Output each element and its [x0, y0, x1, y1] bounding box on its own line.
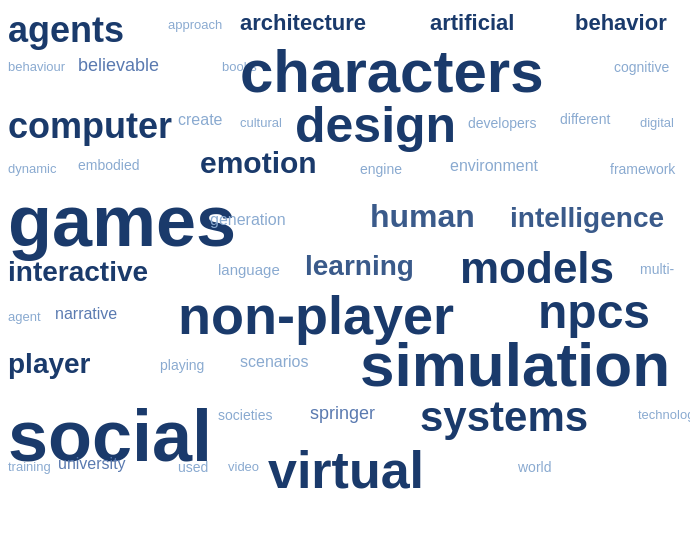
- word-item: world: [518, 460, 551, 474]
- word-item: cultural: [240, 116, 282, 129]
- word-item: create: [178, 112, 222, 128]
- word-item: framework: [610, 162, 675, 176]
- word-item: engine: [360, 162, 402, 176]
- word-item: learning: [305, 252, 414, 280]
- word-item: systems: [420, 396, 588, 438]
- word-item: societies: [218, 408, 272, 422]
- word-item: emotion: [200, 148, 317, 178]
- word-item: games: [8, 185, 236, 257]
- word-item: playing: [160, 358, 204, 372]
- word-item: design: [295, 100, 456, 150]
- word-item: dynamic: [8, 162, 56, 175]
- word-item: behaviour: [8, 60, 65, 73]
- word-item: npcs: [538, 288, 650, 336]
- word-item: developers: [468, 116, 537, 130]
- word-item: used: [178, 460, 208, 474]
- word-item: models: [460, 246, 614, 290]
- word-item: interactive: [8, 258, 148, 286]
- word-item: simulation: [360, 334, 670, 396]
- word-item: intelligence: [510, 204, 664, 232]
- word-item: characters: [240, 42, 544, 102]
- word-item: virtual: [268, 444, 424, 496]
- word-item: human: [370, 200, 475, 232]
- word-item: different: [560, 112, 610, 126]
- word-item: computer: [8, 108, 172, 144]
- word-item: narrative: [55, 306, 117, 322]
- word-item: artificial: [430, 12, 514, 34]
- word-item: cognitive: [614, 60, 669, 74]
- word-item: multi-: [640, 262, 674, 276]
- word-item: technology: [638, 408, 690, 421]
- word-item: player: [8, 350, 91, 378]
- word-item: agents: [8, 12, 124, 48]
- word-item: training: [8, 460, 51, 473]
- word-item: springer: [310, 404, 375, 422]
- word-cloud: agentsapproacharchitectureartificialbeha…: [0, 0, 690, 545]
- word-item: environment: [450, 158, 538, 174]
- word-item: agent: [8, 310, 41, 323]
- word-item: scenarios: [240, 354, 308, 370]
- word-item: university: [58, 456, 126, 472]
- word-item: embodied: [78, 158, 140, 172]
- word-item: video: [228, 460, 259, 473]
- word-item: language: [218, 262, 280, 277]
- word-item: approach: [168, 18, 222, 31]
- word-item: architecture: [240, 12, 366, 34]
- word-item: digital: [640, 116, 674, 129]
- word-item: believable: [78, 56, 159, 74]
- word-item: behavior: [575, 12, 667, 34]
- word-item: generation: [210, 212, 286, 228]
